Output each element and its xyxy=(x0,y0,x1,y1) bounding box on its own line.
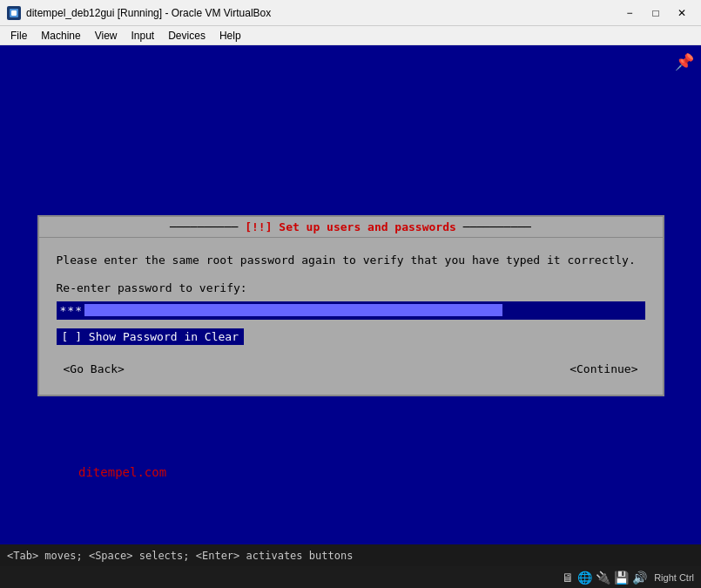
dialog-description: Please enter the same root password agai… xyxy=(57,252,645,269)
usb-icon: 🔌 xyxy=(596,571,610,585)
vm-area: 📌 ────────── [!!] Set up users and passw… xyxy=(0,45,701,566)
pin-icon: 📌 xyxy=(675,52,694,71)
menu-devices[interactable]: Devices xyxy=(161,28,212,44)
close-button[interactable]: ✕ xyxy=(670,3,694,23)
reenter-label: Re-enter password to verify: xyxy=(57,281,645,294)
titlebar-left: ditempel_deb12gui [Running] - Oracle VM … xyxy=(7,6,271,20)
dialog-title: ────────── [!!] Set up users and passwor… xyxy=(39,217,663,238)
right-ctrl-label: Right Ctrl xyxy=(654,572,694,583)
svg-rect-2 xyxy=(11,10,17,16)
watermark: ditempel.com xyxy=(78,465,166,479)
menu-input[interactable]: Input xyxy=(125,28,162,44)
menu-help[interactable]: Help xyxy=(212,28,248,44)
password-value: *** xyxy=(60,304,83,317)
storage-icon: 💾 xyxy=(614,571,629,585)
monitor-icon: 🖥 xyxy=(562,571,574,585)
go-back-button[interactable]: <Go Back> xyxy=(57,361,131,377)
audio-icon: 🔊 xyxy=(632,571,647,585)
virtualbox-icon xyxy=(7,6,21,20)
dialog-body: Please enter the same root password agai… xyxy=(39,238,663,395)
menu-view[interactable]: View xyxy=(88,28,125,44)
watermark-text: ditempel.com xyxy=(78,465,166,479)
menu-machine[interactable]: Machine xyxy=(34,28,87,44)
titlebar: ditempel_deb12gui [Running] - Oracle VM … xyxy=(0,0,701,26)
menu-file[interactable]: File xyxy=(3,28,34,44)
titlebar-controls: − □ ✕ xyxy=(617,3,694,23)
dialog-box: ────────── [!!] Set up users and passwor… xyxy=(37,215,664,396)
dialog-buttons: <Go Back> <Continue> xyxy=(57,357,645,384)
continue-button[interactable]: <Continue> xyxy=(563,361,644,377)
dialog-title-text: [!!] Set up users and passwords xyxy=(245,220,456,233)
password-cursor xyxy=(84,304,502,316)
vm-hint-bar: <Tab> moves; <Space> selects; <Enter> ac… xyxy=(0,544,701,566)
hint-text: <Tab> moves; <Space> selects; <Enter> ac… xyxy=(7,550,353,562)
network-icon: 🌐 xyxy=(577,571,592,585)
show-password-checkbox[interactable]: [ ] Show Password in Clear xyxy=(57,328,245,345)
menubar: File Machine View Input Devices Help xyxy=(0,26,701,45)
password-field[interactable]: *** xyxy=(57,301,645,320)
statusbar-right: 🖥 🌐 🔌 💾 🔊 Right Ctrl xyxy=(562,571,694,585)
minimize-button[interactable]: − xyxy=(617,3,642,23)
statusbar: 🖥 🌐 🔌 💾 🔊 Right Ctrl xyxy=(0,566,701,588)
window-title: ditempel_deb12gui [Running] - Oracle VM … xyxy=(26,7,271,19)
maximize-button[interactable]: □ xyxy=(644,3,668,23)
